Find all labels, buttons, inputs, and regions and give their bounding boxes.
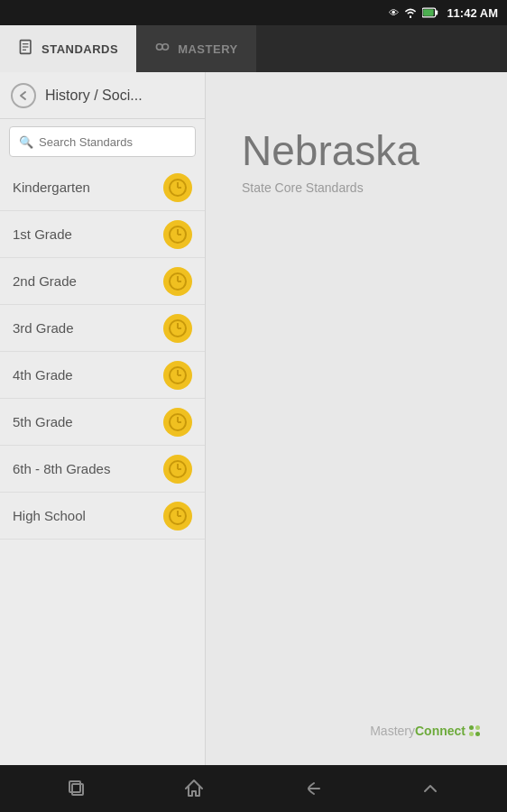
logo-dots	[469, 725, 480, 736]
grade-label: 5th Grade	[13, 414, 73, 429]
tab-standards-label: STANDARDS	[41, 42, 118, 56]
search-input[interactable]	[39, 135, 186, 149]
svg-rect-10	[69, 781, 80, 792]
mastery-connect-logo: Mastery Connect	[370, 724, 480, 738]
grade-list: Kindergarten 1st Grade	[0, 164, 205, 765]
nav-bar	[0, 765, 507, 812]
svg-rect-2	[424, 9, 434, 15]
dot	[469, 725, 474, 730]
clock-icon	[169, 366, 187, 384]
right-panel: Nebraska State Core Standards Mastery Co…	[206, 72, 507, 765]
clock-icon	[169, 226, 187, 244]
standards-icon	[18, 39, 34, 59]
clock-button[interactable]	[163, 267, 192, 296]
list-item[interactable]: 4th Grade	[0, 352, 205, 399]
list-item[interactable]: 3rd Grade	[0, 305, 205, 352]
tab-mastery[interactable]: MASTERY	[136, 25, 256, 72]
clock-icon	[169, 272, 187, 291]
list-item[interactable]: 1st Grade	[0, 211, 205, 258]
grade-label: 2nd Grade	[13, 273, 77, 289]
search-container: 🔍	[0, 119, 205, 164]
status-icons: 👁 11:42 AM	[389, 6, 498, 20]
mastery-text: Mastery	[370, 724, 415, 738]
list-item[interactable]: Kindergarten	[0, 164, 205, 211]
grade-label: High School	[13, 508, 86, 523]
list-item[interactable]: 2nd Grade	[0, 258, 205, 305]
clock-button[interactable]	[163, 173, 192, 202]
tab-bar: STANDARDS MASTERY	[0, 25, 507, 72]
clock-button[interactable]	[163, 220, 192, 249]
eye-icon: 👁	[389, 7, 399, 18]
grade-label: 4th Grade	[13, 367, 73, 383]
tab-standards[interactable]: STANDARDS	[0, 25, 136, 72]
wifi-icon	[403, 7, 418, 18]
main-content: History / Soci... 🔍 Kindergarten	[0, 72, 507, 765]
clock-button[interactable]	[163, 314, 192, 343]
dot	[475, 732, 480, 736]
clock-icon	[169, 319, 187, 337]
page-subtitle: State Core Standards	[242, 180, 364, 195]
search-box[interactable]: 🔍	[9, 126, 196, 157]
grade-label: 3rd Grade	[13, 320, 74, 336]
dot	[475, 725, 480, 730]
sidebar: History / Soci... 🔍 Kindergarten	[0, 72, 206, 765]
tab-mastery-label: MASTERY	[178, 42, 238, 56]
list-item[interactable]: High School	[0, 493, 205, 540]
status-time: 11:42 AM	[447, 6, 498, 20]
back-header[interactable]: History / Soci...	[0, 72, 205, 119]
grade-label: 6th - 8th Grades	[13, 461, 110, 476]
back-button[interactable]	[284, 771, 340, 806]
clock-button[interactable]	[163, 361, 192, 390]
clock-icon	[169, 413, 187, 431]
clock-icon	[169, 179, 187, 197]
clock-icon	[169, 460, 187, 478]
svg-rect-1	[436, 11, 438, 15]
search-icon: 🔍	[19, 135, 33, 149]
svg-point-7	[157, 44, 163, 51]
home-button[interactable]	[166, 771, 222, 806]
svg-point-8	[162, 44, 169, 51]
clock-button[interactable]	[163, 502, 192, 531]
connect-text: Connect	[415, 724, 466, 738]
status-bar: 👁 11:42 AM	[0, 0, 507, 25]
clock-icon	[169, 507, 187, 525]
battery-icon	[422, 7, 438, 18]
dot	[469, 732, 474, 736]
clock-button[interactable]	[163, 408, 192, 437]
clock-button[interactable]	[163, 455, 192, 484]
recent-apps-button[interactable]	[50, 772, 104, 805]
up-button[interactable]	[402, 771, 458, 806]
page-title: Nebraska	[242, 126, 419, 175]
back-title: History / Soci...	[45, 88, 143, 104]
mastery-icon	[154, 39, 171, 59]
list-item[interactable]: 5th Grade	[0, 399, 205, 446]
grade-label: Kindergarten	[13, 180, 90, 195]
list-item[interactable]: 6th - 8th Grades	[0, 446, 205, 493]
grade-label: 1st Grade	[13, 226, 72, 242]
back-icon[interactable]	[11, 83, 36, 108]
svg-rect-9	[72, 784, 83, 795]
